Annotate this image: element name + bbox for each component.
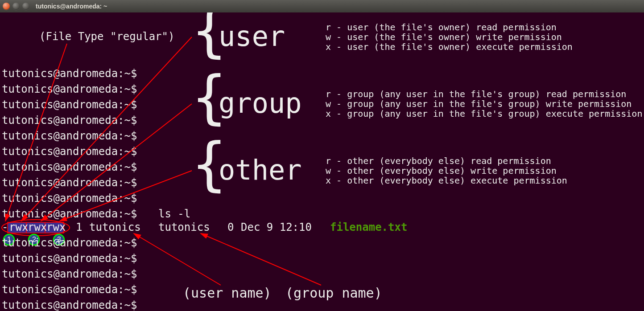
ls-filename: filename.txt [330, 221, 407, 233]
arrow-group [41, 104, 192, 221]
ls-size: 0 [227, 221, 234, 233]
user-w-desc: w - user (the file's owner) write permis… [326, 32, 562, 42]
user-r-desc: r - user (the file's owner) read permiss… [326, 22, 557, 33]
prompt-line: tutonics@andromeda:~$ [2, 67, 137, 80]
prompt-line: tutonics@andromeda:~$ [2, 161, 137, 173]
prompt-line: tutonics@andromeda:~$ [2, 283, 137, 296]
arrow-user [21, 37, 192, 221]
other-w-desc: w - other (everybody else) write permiss… [326, 165, 557, 176]
perm-ellipse [2, 220, 70, 236]
prompt-line: tutonics@andromeda:~$ [2, 268, 137, 280]
prompt-line: tutonics@andromeda:~$ [2, 114, 137, 127]
ls-links: 1 [76, 221, 82, 233]
arrow-username [134, 233, 221, 285]
prompt-line: tutonics@andromeda:~$ [2, 237, 137, 249]
prompt-line: tutonics@andromeda:~$ [2, 208, 137, 220]
prompt-line: tutonics@andromeda:~$ [2, 252, 137, 265]
ls-date: Dec 9 12:10 [241, 221, 312, 233]
circle-3-icon [54, 234, 64, 245]
prompt-line: tutonics@andromeda:~$ [2, 176, 137, 189]
user-x-desc: x - user (the file's owner) execute perm… [326, 41, 573, 52]
arrow-groupname [201, 233, 321, 285]
terminal[interactable]: (File Type "regular") { user r - user (t… [0, 12, 644, 311]
group-w-desc: w - group (any user in the file's group)… [326, 98, 632, 109]
prompt-line: tutonics@andromeda:~$ [2, 83, 137, 95]
prompt-line: tutonics@andromeda:~$ [2, 130, 137, 142]
prompt-line: tutonics@andromeda:~$ [2, 98, 137, 111]
ls-command: ls -l [158, 208, 190, 220]
prompt-line: tutonics@andromeda:~$ [2, 299, 137, 311]
brace-other-icon: { [192, 130, 227, 198]
perm-group-box [26, 222, 45, 233]
group-x-desc: x - group (any user in the file's group)… [326, 108, 642, 119]
circle-2-num: 2 [32, 236, 36, 243]
arrow-other [60, 171, 192, 221]
brace-user-icon: { [192, 12, 227, 64]
ls-perm-group: rwx [28, 221, 47, 233]
arrow-filetype [5, 44, 67, 221]
circle-3-num: 3 [57, 236, 61, 243]
close-icon[interactable] [3, 3, 10, 10]
section-other-title: other [219, 154, 302, 186]
other-x-desc: x - other (everybody else) execute permi… [326, 175, 567, 186]
prompt-line: tutonics@andromeda:~$ [2, 192, 137, 205]
circle-1-icon [4, 234, 14, 245]
groupname-annotation: (group name) [285, 285, 382, 301]
filetype-label: (File Type "regular") [39, 30, 174, 43]
perm-other-box [45, 222, 64, 233]
circle-1-num: 1 [7, 236, 11, 243]
ls-perm-user: rwx [9, 221, 28, 233]
prompt-line: tutonics@andromeda:~$ [2, 145, 137, 158]
username-annotation: (user name) [183, 285, 272, 301]
ls-group: tutonics [158, 221, 210, 233]
maximize-icon[interactable] [22, 3, 29, 10]
brace-group-icon: { [192, 63, 227, 131]
ls-user: tutonics [89, 221, 141, 233]
group-r-desc: r - group (any user in the file's group)… [326, 89, 626, 99]
window-titlebar: tutonics@andromeda: ~ [0, 0, 644, 12]
minimize-icon[interactable] [12, 3, 20, 10]
section-user-title: user [219, 20, 285, 53]
circle-2-icon [29, 234, 39, 245]
perm-user-box [8, 222, 26, 233]
other-r-desc: r - other (everybody else) read permissi… [326, 156, 551, 166]
section-group-title: group [219, 87, 302, 119]
ls-perm-other: rwx [46, 221, 66, 233]
window-title: tutonics@andromeda: ~ [36, 3, 107, 10]
ls-dash: - [2, 221, 8, 233]
